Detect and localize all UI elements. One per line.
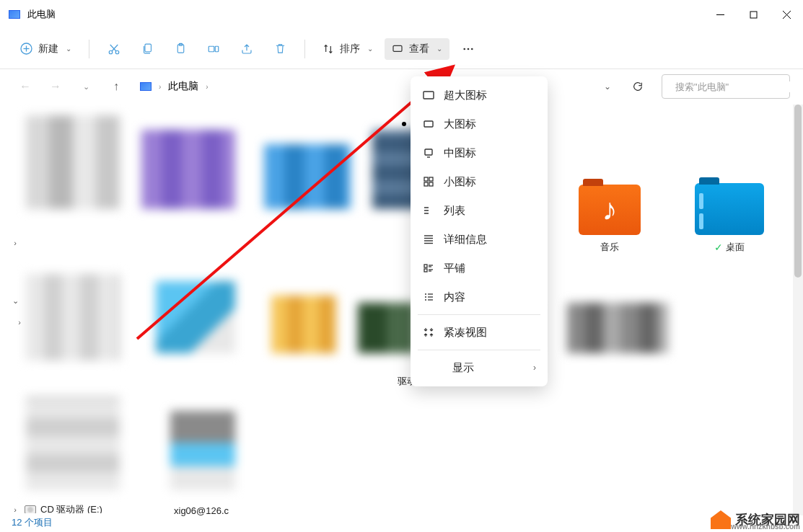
svg-rect-40 [424, 269, 427, 272]
compact-icon [422, 327, 435, 338]
svg-rect-29 [429, 182, 433, 186]
ellipsis-icon [462, 43, 475, 56]
close-button[interactable] [770, 3, 803, 26]
search-input[interactable] [675, 81, 797, 92]
minimize-button[interactable] [703, 3, 737, 26]
view-menu-list[interactable]: 列表 [411, 196, 548, 225]
watermark: 系统家园网 www.hnzkhbsb.com [711, 510, 800, 529]
clipboard-icon [175, 43, 187, 55]
refresh-button[interactable] [626, 74, 650, 99]
monitor-icon [422, 147, 435, 159]
window-controls [703, 3, 803, 26]
chevron-down-icon: ⌄ [436, 45, 442, 53]
address-dropdown-button[interactable]: ⌄ [595, 74, 620, 99]
delete-button[interactable] [266, 35, 294, 63]
svg-point-17 [463, 48, 465, 50]
sort-label: 排序 [340, 43, 360, 56]
trash-icon [274, 43, 286, 55]
breadcrumb-root[interactable]: 此电脑 [168, 80, 198, 93]
item-label: 音乐 [600, 241, 619, 254]
bullet-selected-icon [402, 122, 406, 126]
svg-point-45 [425, 296, 426, 298]
view-menu-medium-icons[interactable]: 中图标 [411, 138, 548, 167]
svg-rect-15 [215, 46, 219, 52]
view-menu-content[interactable]: 内容 [411, 283, 548, 311]
check-icon: ✓ [714, 241, 723, 253]
svg-rect-27 [429, 177, 433, 181]
view-menu-small-icons[interactable]: 小图标 [411, 167, 548, 196]
plus-circle-icon [20, 43, 32, 55]
rect-large-icon [422, 89, 435, 101]
recent-button[interactable]: ⌄ [74, 74, 98, 99]
maximize-button[interactable] [737, 3, 770, 26]
list-lines-icon [422, 234, 435, 245]
music-folder-icon: ♪ [579, 185, 641, 235]
cut-button[interactable] [100, 35, 128, 63]
svg-rect-24 [425, 149, 432, 155]
chevron-right-icon: › [206, 83, 208, 91]
svg-rect-28 [424, 182, 428, 186]
view-menu-tiles[interactable]: 平铺 [411, 254, 548, 283]
copy-icon [141, 43, 154, 55]
svg-rect-14 [209, 46, 214, 52]
chevron-down-icon: ⌄ [367, 45, 373, 53]
view-menu-compact[interactable]: 紧凑视图 [411, 318, 548, 347]
window-title: 此电脑 [27, 8, 703, 21]
share-icon [240, 43, 253, 56]
separator [89, 40, 89, 58]
this-pc-icon [140, 82, 152, 91]
rename-icon [207, 43, 220, 56]
chevron-right-icon: › [533, 363, 536, 373]
search-box[interactable] [662, 74, 790, 99]
item-desktop-folder[interactable]: ✓桌面 [685, 146, 774, 261]
item-music-folder[interactable]: ♪ 音乐 [565, 146, 654, 261]
content-icon [422, 291, 435, 303]
this-pc-icon [9, 10, 20, 19]
svg-rect-37 [424, 265, 427, 267]
svg-rect-16 [393, 45, 402, 51]
svg-rect-1 [750, 12, 757, 18]
separator [304, 40, 305, 58]
sort-button[interactable]: 排序 ⌄ [315, 38, 380, 60]
view-button[interactable]: 查看 ⌄ [385, 38, 449, 60]
view-icon [392, 43, 403, 55]
navbar: ← → ⌄ ↑ › 此电脑 › ⌄ [0, 69, 803, 104]
new-button[interactable]: 新建 ⌄ [13, 38, 79, 60]
view-menu-large-icons[interactable]: 大图标 [411, 110, 548, 138]
svg-rect-22 [424, 92, 434, 99]
music-note-icon: ♪ [602, 192, 618, 227]
forward-button[interactable]: → [43, 74, 68, 99]
share-button[interactable] [232, 35, 261, 63]
copy-button[interactable] [133, 35, 162, 63]
vertical-scrollbar[interactable] [793, 105, 803, 515]
tiles-icon [422, 262, 435, 274]
svg-point-18 [468, 48, 470, 50]
up-button[interactable]: ↑ [104, 74, 128, 99]
scissors-icon [107, 43, 120, 56]
chevron-down-icon: ⌄ [66, 45, 71, 53]
more-button[interactable] [454, 35, 483, 63]
paste-button[interactable] [166, 35, 195, 63]
desktop-folder-icon [695, 183, 764, 235]
grid-icon [422, 176, 435, 187]
chevron-right-icon: › [159, 83, 161, 91]
view-menu-details[interactable]: 详细信息 [411, 225, 548, 254]
back-button[interactable]: ← [13, 74, 38, 99]
menu-separator [418, 350, 540, 350]
item-label: ✓桌面 [714, 241, 745, 254]
svg-rect-26 [424, 177, 428, 181]
refresh-icon [632, 81, 644, 92]
svg-point-47 [425, 299, 426, 301]
list-short-icon [422, 205, 435, 216]
watermark-house-icon [711, 510, 731, 529]
view-label: 查看 [409, 43, 429, 56]
svg-rect-11 [144, 44, 151, 52]
item-label-email: xig06@126.c [174, 505, 229, 516]
view-menu-extra-large-icons[interactable]: 超大图标 [411, 81, 548, 110]
titlebar: 此电脑 [0, 0, 803, 29]
sort-icon [322, 43, 334, 55]
scroll-thumb[interactable] [794, 105, 802, 278]
rename-button[interactable] [199, 35, 228, 63]
view-menu-show[interactable]: 显示 › [411, 353, 548, 382]
status-item-count: 12 个项目 [12, 516, 53, 529]
